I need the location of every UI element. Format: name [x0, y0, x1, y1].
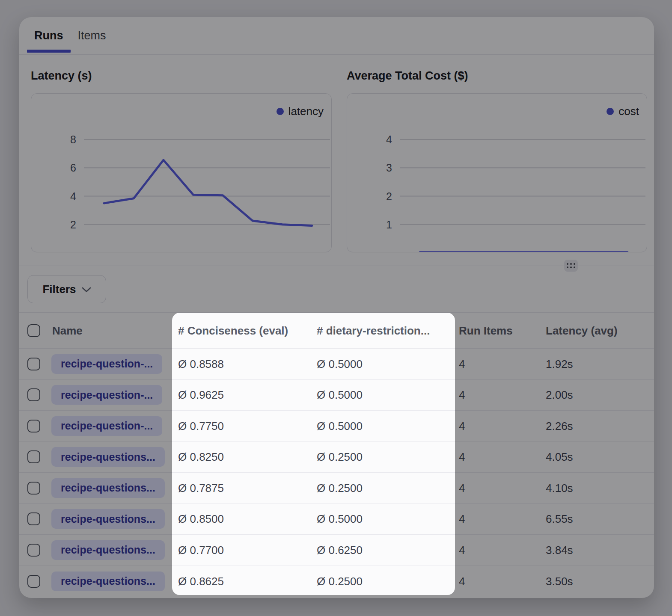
run-name-badge[interactable]: recipe-questions... [51, 509, 165, 529]
svg-text:6: 6 [70, 162, 76, 174]
latency-legend-dot-icon [277, 108, 284, 115]
svg-text:2: 2 [70, 219, 76, 231]
page: { "tabs": { "runs": "Runs", "items": "It… [0, 0, 672, 616]
run-name-badge[interactable]: recipe-questions... [51, 540, 165, 560]
cost-legend-label: cost [618, 105, 639, 118]
row-checkbox[interactable] [27, 575, 40, 588]
cost-chart-svg: 1234 [347, 94, 647, 252]
cell-latency-avg: 4.05s [546, 450, 573, 464]
svg-text:4: 4 [386, 133, 392, 145]
run-name-badge[interactable]: recipe-question-... [51, 385, 162, 405]
column-header-name[interactable]: Name [52, 324, 83, 337]
runs-panel-card: Runs Items Latency (s) Average Total Cos… [19, 17, 654, 598]
cell-conciseness: Ø 0.7875 [178, 481, 224, 495]
column-header-conciseness[interactable]: # Conciseness (eval) [178, 324, 288, 337]
cell-dietary-restriction: Ø 0.5000 [317, 388, 363, 402]
cell-run-items: 4 [459, 357, 465, 370]
cost-chart-title: Average Total Cost ($) [347, 69, 468, 83]
cell-latency-avg: 3.84s [546, 543, 573, 557]
cell-latency-avg: 3.50s [546, 575, 573, 588]
panel-resize-divider [19, 266, 654, 266]
table-body: recipe-question-... Ø 0.8588 Ø 0.5000 4 … [19, 349, 654, 597]
cell-conciseness: Ø 0.8500 [178, 512, 224, 526]
row-checkbox[interactable] [27, 420, 40, 432]
row-checkbox[interactable] [27, 450, 40, 463]
svg-text:3: 3 [386, 162, 392, 174]
tab-items-label: Items [78, 29, 106, 42]
cell-conciseness: Ø 0.7700 [178, 543, 224, 557]
table-header-row: Name # Conciseness (eval) # dietary-rest… [19, 313, 654, 349]
svg-text:8: 8 [70, 133, 76, 145]
cell-dietary-restriction: Ø 0.5000 [317, 419, 363, 432]
row-checkbox[interactable] [27, 512, 40, 525]
run-name-badge[interactable]: recipe-question-... [51, 416, 162, 436]
cell-dietary-restriction: Ø 0.6250 [317, 543, 363, 557]
latency-chart: 2468 latency [31, 93, 332, 252]
row-checkbox[interactable] [27, 544, 40, 557]
cost-chart: 1234 cost [347, 93, 647, 252]
cell-run-items: 4 [459, 388, 465, 402]
row-checkbox[interactable] [27, 388, 40, 401]
drag-dots-icon [567, 263, 575, 268]
panel-resize-handle[interactable] [564, 260, 578, 272]
run-name-badge[interactable]: recipe-questions... [51, 572, 165, 591]
run-name-badge[interactable]: recipe-questions... [51, 447, 165, 467]
tab-runs[interactable]: Runs [27, 17, 71, 54]
cost-legend-dot-icon [607, 108, 614, 115]
column-header-run-items[interactable]: Run Items [459, 324, 513, 337]
cell-latency-avg: 6.55s [546, 512, 573, 526]
cell-conciseness: Ø 0.9625 [178, 388, 224, 402]
latency-chart-legend: latency [277, 105, 324, 118]
cell-conciseness: Ø 0.8625 [178, 575, 224, 588]
tab-runs-label: Runs [34, 29, 63, 42]
chevron-down-icon [82, 287, 91, 293]
table-row[interactable]: recipe-question-... Ø 0.7750 Ø 0.5000 4 … [19, 411, 654, 442]
cell-latency-avg: 2.00s [546, 388, 573, 402]
cell-latency-avg: 2.26s [546, 419, 573, 432]
table-row[interactable]: recipe-questions... Ø 0.8500 Ø 0.5000 4 … [19, 504, 654, 535]
cell-dietary-restriction: Ø 0.2500 [317, 450, 363, 464]
svg-text:1: 1 [386, 219, 392, 231]
filters-button-label: Filters [42, 283, 76, 296]
table-row[interactable]: recipe-questions... Ø 0.7700 Ø 0.6250 4 … [19, 535, 654, 566]
table-row[interactable]: recipe-questions... Ø 0.7875 Ø 0.2500 4 … [19, 473, 654, 504]
tabs-bar: Runs Items [19, 17, 654, 55]
runs-table: Name # Conciseness (eval) # dietary-rest… [19, 312, 654, 597]
table-row[interactable]: recipe-question-... Ø 0.8588 Ø 0.5000 4 … [19, 349, 654, 380]
cell-conciseness: Ø 0.8588 [178, 357, 224, 370]
cell-conciseness: Ø 0.8250 [178, 450, 224, 464]
cell-dietary-restriction: Ø 0.5000 [317, 357, 363, 370]
svg-text:4: 4 [70, 190, 76, 202]
run-name-badge[interactable]: recipe-question-... [51, 354, 162, 374]
cell-run-items: 4 [459, 481, 465, 495]
table-row[interactable]: recipe-questions... Ø 0.8625 Ø 0.2500 4 … [19, 566, 654, 597]
table-row[interactable]: recipe-questions... Ø 0.8250 Ø 0.2500 4 … [19, 442, 654, 473]
latency-chart-title: Latency (s) [31, 69, 92, 83]
cell-dietary-restriction: Ø 0.2500 [317, 481, 363, 495]
filters-button[interactable]: Filters [27, 275, 106, 303]
column-header-latency-avg[interactable]: Latency (avg) [546, 324, 618, 337]
latency-legend-label: latency [288, 105, 324, 118]
column-header-dietary-restriction[interactable]: # dietary-restriction... [317, 324, 430, 337]
cell-dietary-restriction: Ø 0.5000 [317, 512, 363, 526]
run-name-badge[interactable]: recipe-questions... [51, 478, 165, 498]
table-row[interactable]: recipe-question-... Ø 0.9625 Ø 0.5000 4 … [19, 380, 654, 411]
cell-run-items: 4 [459, 419, 465, 432]
cell-dietary-restriction: Ø 0.2500 [317, 575, 363, 588]
cell-run-items: 4 [459, 512, 465, 526]
select-all-checkbox[interactable] [27, 324, 40, 337]
svg-text:2: 2 [386, 190, 392, 202]
cell-run-items: 4 [459, 575, 465, 588]
row-checkbox[interactable] [27, 358, 40, 370]
cell-run-items: 4 [459, 543, 465, 557]
cell-conciseness: Ø 0.7750 [178, 419, 224, 432]
cell-run-items: 4 [459, 450, 465, 464]
cost-chart-legend: cost [607, 105, 639, 118]
cell-latency-avg: 1.92s [546, 357, 573, 370]
cell-latency-avg: 4.10s [546, 481, 573, 495]
row-checkbox[interactable] [27, 482, 40, 495]
tab-items[interactable]: Items [71, 17, 113, 54]
